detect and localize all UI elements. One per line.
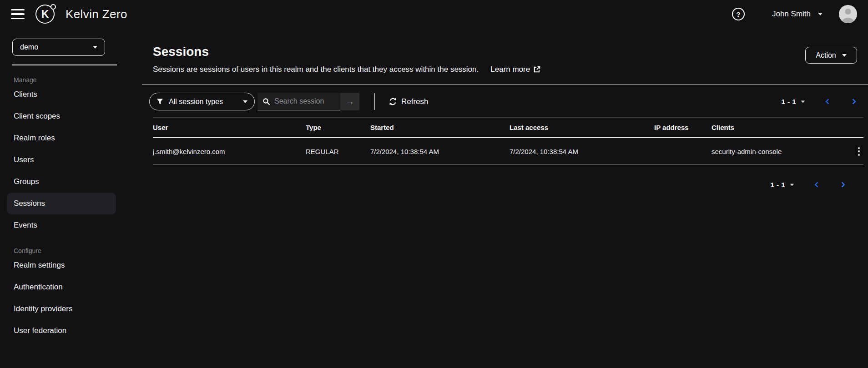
table-body: j.smith@kelvinzero.comREGULAR7/2/2024, 1… xyxy=(153,138,863,165)
top-nav: K Kelvin Zero ? John Smith xyxy=(0,0,868,28)
column-header-type: Type xyxy=(306,124,370,131)
sidebar-item-groups[interactable]: Groups xyxy=(7,171,116,193)
learn-more-link[interactable]: Learn more xyxy=(490,65,540,74)
pagination-top: 1 - 1 xyxy=(781,96,857,107)
column-header-started: Started xyxy=(370,124,510,131)
sidebar-item-users[interactable]: Users xyxy=(7,149,116,171)
chevron-down-icon xyxy=(801,100,805,103)
kelvin-zero-logo-icon: K xyxy=(35,5,55,24)
chevron-down-icon xyxy=(842,54,847,57)
page-description-text: Sessions are sessions of users in this r… xyxy=(153,65,479,74)
main-content: Sessions Sessions are sessions of users … xyxy=(142,28,868,368)
sessions-toolbar: All session types → xyxy=(142,85,868,117)
top-nav-left: K Kelvin Zero xyxy=(11,5,127,24)
refresh-button[interactable]: Refresh xyxy=(389,97,429,106)
sidebar-item-user-federation[interactable]: User federation xyxy=(7,320,116,342)
search-box xyxy=(257,93,340,110)
search-submit-arrow-icon[interactable]: → xyxy=(340,93,359,110)
user-menu[interactable]: John Smith xyxy=(772,10,823,19)
logo-degree-mark xyxy=(50,4,56,10)
pagination-range-dropdown[interactable]: 1 - 1 xyxy=(781,98,805,105)
realm-selector-value: demo xyxy=(20,43,38,51)
chevron-left-icon xyxy=(814,182,820,188)
page-title: Sessions xyxy=(153,45,540,59)
sidebar: demo ManageClientsClient scopesRealm rol… xyxy=(0,28,142,368)
avatar-person-icon xyxy=(845,9,851,15)
pagination-prev-button[interactable] xyxy=(813,179,821,190)
table-header-row: UserTypeStartedLast accessIP addressClie… xyxy=(153,117,863,138)
sidebar-item-clients[interactable]: Clients xyxy=(7,84,116,105)
sidebar-nav: ManageClientsClient scopesRealm rolesUse… xyxy=(0,76,142,342)
pagination-next-button[interactable] xyxy=(838,179,846,190)
sidebar-item-realm-settings[interactable]: Realm settings xyxy=(7,254,116,276)
top-nav-right: ? John Smith xyxy=(732,5,857,23)
sidebar-group-label: Configure xyxy=(14,247,142,254)
hamburger-menu-icon[interactable] xyxy=(11,8,25,20)
pagination-range-dropdown[interactable]: 1 - 1 xyxy=(770,181,794,189)
chevron-down-icon xyxy=(243,100,247,103)
chevron-down-icon xyxy=(93,46,97,49)
help-icon[interactable]: ? xyxy=(732,8,745,20)
user-name: John Smith xyxy=(772,10,811,19)
sidebar-item-events[interactable]: Events xyxy=(7,214,116,236)
sidebar-divider xyxy=(12,65,117,65)
realm-selector[interactable]: demo xyxy=(12,39,105,56)
cell-user: j.smith@kelvinzero.com xyxy=(153,148,306,155)
session-type-filter-dropdown[interactable]: All session types xyxy=(149,93,255,110)
sidebar-item-client-scopes[interactable]: Client scopes xyxy=(7,105,116,127)
sidebar-item-sessions[interactable]: Sessions xyxy=(7,193,116,214)
page-header: Sessions Sessions are sessions of users … xyxy=(142,28,868,74)
cell-clients: security-admin-console xyxy=(712,148,843,155)
pagination-prev-button[interactable] xyxy=(824,96,832,107)
cell-started: 7/2/2024, 10:38:54 AM xyxy=(370,148,510,155)
sidebar-item-authentication[interactable]: Authentication xyxy=(7,276,116,298)
search-group: → xyxy=(257,93,359,110)
search-icon xyxy=(262,98,270,105)
chevron-left-icon xyxy=(825,99,831,104)
page-layout: demo ManageClientsClient scopesRealm rol… xyxy=(0,28,868,368)
sessions-table: UserTypeStartedLast accessIP addressClie… xyxy=(153,117,863,165)
chevron-down-icon xyxy=(818,13,823,15)
search-input[interactable] xyxy=(274,97,333,105)
action-button[interactable]: Action xyxy=(805,47,857,64)
column-header-ip-address: IP address xyxy=(654,124,712,131)
chevron-right-icon xyxy=(850,99,856,104)
toolbar-divider xyxy=(374,93,375,110)
column-header-user: User xyxy=(153,124,306,131)
refresh-icon xyxy=(389,97,397,106)
chevron-right-icon xyxy=(839,182,845,188)
avatar[interactable] xyxy=(839,5,857,23)
filter-icon xyxy=(156,98,163,105)
table-row: j.smith@kelvinzero.comREGULAR7/2/2024, 1… xyxy=(153,138,863,165)
page-description: Sessions are sessions of users in this r… xyxy=(153,65,540,74)
cell-last_access: 7/2/2024, 10:38:54 AM xyxy=(510,148,654,155)
cell-type: REGULAR xyxy=(306,148,370,155)
column-header-clients: Clients xyxy=(712,124,843,131)
sidebar-item-identity-providers[interactable]: Identity providers xyxy=(7,298,116,320)
sidebar-group-label: Manage xyxy=(14,76,142,84)
sidebar-item-realm-roles[interactable]: Realm roles xyxy=(7,127,116,149)
chevron-down-icon xyxy=(790,184,794,186)
pagination-bottom: 1 - 1 xyxy=(142,165,868,190)
app-title: Kelvin Zero xyxy=(66,7,127,21)
external-link-icon xyxy=(533,66,540,73)
table-header: UserTypeStartedLast accessIP addressClie… xyxy=(153,117,863,138)
row-actions-kebab-icon[interactable] xyxy=(858,147,863,156)
pagination-next-button[interactable] xyxy=(849,96,857,107)
column-header-last-access: Last access xyxy=(510,124,654,131)
